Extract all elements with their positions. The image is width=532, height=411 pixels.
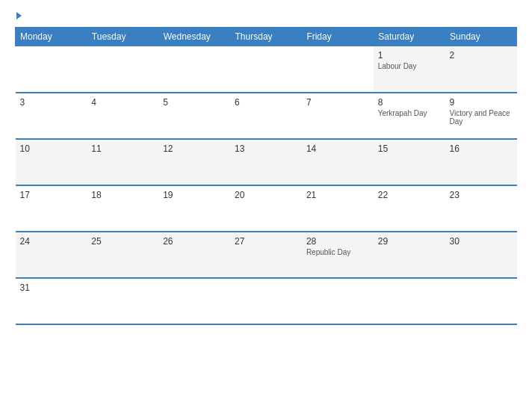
col-header-monday: Monday — [16, 28, 87, 46]
calendar-cell: 24 — [16, 232, 87, 278]
calendar-cell — [302, 46, 374, 93]
calendar-cell: 10 — [16, 139, 87, 185]
calendar-cell: 29 — [374, 232, 445, 278]
holiday-name: Labour Day — [378, 62, 441, 70]
calendar-cell — [158, 278, 230, 324]
holiday-name: Victory and Peace Day — [450, 109, 513, 126]
calendar-cell: 13 — [230, 139, 302, 185]
day-number: 9 — [450, 97, 513, 108]
logo-triangle-icon — [16, 12, 22, 19]
calendar-row-2: 10111213141516 — [16, 139, 517, 185]
day-number: 16 — [450, 143, 513, 154]
calendar-header — [15, 12, 517, 19]
calendar-row-4: 2425262728Republic Day2930 — [16, 232, 517, 278]
day-number: 8 — [378, 97, 441, 108]
calendar-cell: 30 — [445, 232, 517, 278]
calendar-cell: 28Republic Day — [302, 232, 374, 278]
col-header-saturday: Saturday — [374, 28, 445, 46]
col-header-thursday: Thursday — [230, 28, 302, 46]
day-number: 19 — [163, 190, 226, 200]
calendar-cell — [374, 278, 445, 324]
calendar-cell — [302, 278, 374, 324]
col-header-sunday: Sunday — [445, 28, 517, 46]
calendar-cell: 22 — [374, 185, 445, 232]
day-number: 25 — [91, 236, 154, 247]
day-number: 22 — [378, 190, 441, 200]
day-number: 7 — [306, 97, 369, 108]
calendar-cell: 25 — [87, 232, 158, 278]
calendar-header-row: MondayTuesdayWednesdayThursdayFridaySatu… — [16, 28, 517, 46]
calendar-cell: 19 — [158, 185, 230, 232]
day-number: 26 — [163, 236, 226, 247]
calendar-cell — [87, 46, 158, 93]
day-number: 31 — [20, 282, 83, 293]
calendar-cell: 27 — [230, 232, 302, 278]
calendar-cell: 1Labour Day — [374, 46, 445, 93]
calendar-cell: 3 — [16, 93, 87, 139]
col-header-tuesday: Tuesday — [87, 28, 158, 46]
calendar-cell: 6 — [230, 93, 302, 139]
day-number: 13 — [235, 143, 297, 154]
day-number: 30 — [450, 236, 513, 247]
day-number: 20 — [235, 190, 297, 200]
day-number: 5 — [163, 97, 226, 108]
calendar-cell: 21 — [302, 185, 374, 232]
col-header-friday: Friday — [302, 28, 374, 46]
calendar-cell: 11 — [87, 139, 158, 185]
calendar-cell: 4 — [87, 93, 158, 139]
day-number: 29 — [378, 236, 441, 247]
calendar-cell: 15 — [374, 139, 445, 185]
day-number: 6 — [235, 97, 297, 108]
day-number: 15 — [378, 143, 441, 154]
day-number: 1 — [378, 50, 441, 61]
col-header-wednesday: Wednesday — [158, 28, 230, 46]
day-number: 17 — [20, 190, 83, 200]
calendar-cell: 31 — [16, 278, 87, 324]
calendar-cell: 14 — [302, 139, 374, 185]
calendar-row-0: 1Labour Day2 — [16, 46, 517, 93]
calendar-cell — [87, 278, 158, 324]
calendar-page: MondayTuesdayWednesdayThursdayFridaySatu… — [0, 0, 532, 411]
day-number: 12 — [163, 143, 226, 154]
day-number: 3 — [20, 97, 83, 108]
day-number: 4 — [91, 97, 154, 108]
calendar-cell: 17 — [16, 185, 87, 232]
logo-blue-text — [15, 12, 22, 19]
calendar-cell: 16 — [445, 139, 517, 185]
calendar-row-5: 31 — [16, 278, 517, 324]
day-number: 27 — [235, 236, 297, 247]
calendar-cell — [16, 46, 87, 93]
calendar-cell: 18 — [87, 185, 158, 232]
calendar-cell: 2 — [445, 46, 517, 93]
calendar-cell — [158, 46, 230, 93]
calendar-cell: 8Yerkrapah Day — [374, 93, 445, 139]
calendar-cell: 9Victory and Peace Day — [445, 93, 517, 139]
calendar-cell: 12 — [158, 139, 230, 185]
calendar-cell — [230, 278, 302, 324]
day-number: 23 — [450, 190, 513, 200]
day-number: 21 — [306, 190, 369, 200]
day-number: 14 — [306, 143, 369, 154]
holiday-name: Yerkrapah Day — [378, 109, 441, 117]
day-number: 2 — [450, 50, 513, 61]
calendar-cell: 23 — [445, 185, 517, 232]
day-number: 24 — [20, 236, 83, 247]
day-number: 11 — [91, 143, 154, 154]
calendar-cell: 7 — [302, 93, 374, 139]
day-number: 18 — [91, 190, 154, 200]
day-number: 28 — [306, 236, 369, 247]
day-number: 10 — [20, 143, 83, 154]
calendar-cell — [445, 278, 517, 324]
calendar-cell: 5 — [158, 93, 230, 139]
calendar-cell: 26 — [158, 232, 230, 278]
calendar-cell — [230, 46, 302, 93]
calendar-row-1: 345678Yerkrapah Day9Victory and Peace Da… — [16, 93, 517, 139]
calendar-table: MondayTuesdayWednesdayThursdayFridaySatu… — [15, 27, 517, 325]
calendar-cell: 20 — [230, 185, 302, 232]
holiday-name: Republic Day — [306, 248, 369, 256]
logo — [15, 12, 22, 19]
calendar-row-3: 17181920212223 — [16, 185, 517, 232]
